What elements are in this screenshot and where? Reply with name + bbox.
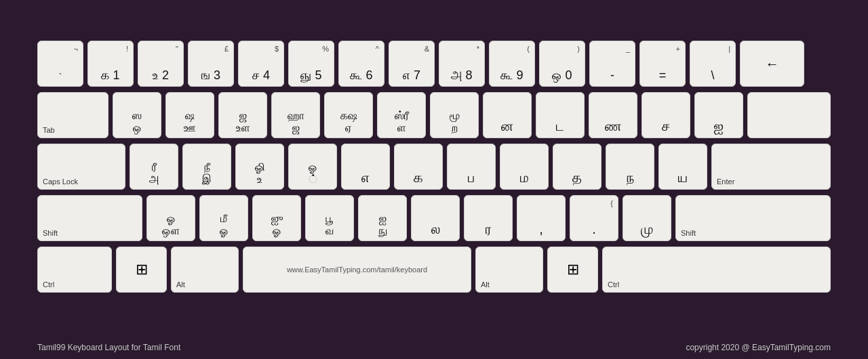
key-v[interactable]: பூவ — [305, 195, 354, 241]
key-j[interactable]: ப — [447, 144, 496, 190]
key-r[interactable]: ஹாஜ — [271, 92, 320, 138]
key-equals[interactable]: + = — [639, 41, 686, 87]
key-4[interactable]: $ ச 4 — [238, 41, 284, 87]
footer: Tamil99 Keyboard Layout for Tamil Font c… — [37, 343, 831, 352]
space-bar-url: www.EasyTamilTyping.com/tamil/keyboard — [287, 266, 427, 274]
key-alt-left[interactable]: Alt — [171, 247, 239, 293]
key-x[interactable]: மீஓ — [199, 195, 248, 241]
key-y[interactable]: ஸ்ரீள — [377, 92, 426, 138]
key-6[interactable]: ^ கூ 6 — [338, 41, 384, 87]
key-backtick[interactable]: ¬ ` — [37, 41, 83, 87]
row-shift: Shift ஓஔ மீஓ ஐுஓ பூவ ஐநு ல ர — [37, 195, 831, 241]
key-p[interactable]: ண — [589, 92, 637, 138]
key-k[interactable]: ம — [500, 144, 549, 190]
key-q[interactable]: ஸஒ — [113, 92, 161, 138]
key-backspace[interactable]: ← — [740, 41, 804, 87]
key-tab[interactable]: Tab — [37, 92, 108, 138]
windows-icon-right: ⊞ — [567, 261, 579, 278]
key-t[interactable]: கஷஏ — [324, 92, 373, 138]
key-ctrl-left[interactable]: Ctrl — [37, 247, 112, 293]
key-capslock[interactable]: Caps Lock — [37, 144, 125, 190]
key-s[interactable]: நீஇ — [182, 144, 231, 190]
key-bracket-l[interactable]: ச — [642, 92, 690, 138]
windows-icon-left: ⊞ — [136, 261, 148, 278]
key-win-left[interactable]: ⊞ — [116, 247, 167, 293]
key-bracket-r[interactable]: ஐ — [694, 92, 743, 138]
key-slash[interactable]: மு — [623, 195, 671, 241]
key-e[interactable]: ஜஉள — [218, 92, 267, 138]
key-9[interactable]: ( கூ 9 — [489, 41, 535, 87]
key-h[interactable]: க — [394, 144, 443, 190]
key-shift-right[interactable]: Shift — [675, 195, 831, 241]
footer-right: copyright 2020 @ EasyTamilTyping.com — [686, 343, 831, 352]
key-c[interactable]: ஐுஓ — [252, 195, 301, 241]
key-g[interactable]: எ — [341, 144, 390, 190]
key-u[interactable]: மூற — [430, 92, 479, 138]
key-2[interactable]: " உ 2 — [138, 41, 184, 87]
key-semicolon[interactable]: ந — [606, 144, 654, 190]
key-o[interactable]: ட — [536, 92, 585, 138]
key-3[interactable]: £ ங 3 — [188, 41, 234, 87]
key-7[interactable]: & எ 7 — [389, 41, 435, 87]
key-minus[interactable]: _ - — [589, 41, 635, 87]
key-shift-left[interactable]: Shift — [37, 195, 142, 241]
key-ctrl-right[interactable]: Ctrl — [602, 247, 831, 293]
key-0[interactable]: ) ஒ 0 — [539, 41, 585, 87]
key-5[interactable]: % ஞு 5 — [288, 41, 334, 87]
key-period[interactable]: { . — [570, 195, 618, 241]
key-b[interactable]: ஐநு — [358, 195, 407, 241]
keyboard: ¬ ` ! க 1 " உ 2 £ ங 3 $ ச 4 % ஞு 5 ^ கூ … — [37, 41, 831, 293]
key-8[interactable]: * அ 8 — [439, 41, 485, 87]
key-d[interactable]: ஓிஉ — [235, 144, 284, 190]
key-enter-top[interactable] — [747, 92, 831, 138]
key-m[interactable]: ர — [464, 195, 513, 241]
key-a[interactable]: ரீஅ — [130, 144, 178, 190]
key-z[interactable]: ஓஔ — [146, 195, 195, 241]
key-alt-right[interactable]: Alt — [475, 247, 543, 293]
key-quote[interactable]: ய — [658, 144, 707, 190]
key-w[interactable]: ஷஊ — [165, 92, 214, 138]
key-backslash[interactable]: | \ — [690, 41, 736, 87]
key-f[interactable]: ஓ் — [288, 144, 337, 190]
key-1[interactable]: ! க 1 — [87, 41, 134, 87]
key-i[interactable]: ன — [483, 92, 532, 138]
key-l[interactable]: த — [553, 144, 601, 190]
key-space[interactable]: www.EasyTamilTyping.com/tamil/keyboard — [243, 247, 471, 293]
row-numbers: ¬ ` ! க 1 " உ 2 £ ங 3 $ ச 4 % ஞு 5 ^ கூ … — [37, 41, 831, 87]
key-comma[interactable]: , — [517, 195, 566, 241]
row-bottom: Ctrl ⊞ Alt www.EasyTamilTyping.com/tamil… — [37, 247, 831, 293]
row-tab: Tab ஸஒ ஷஊ ஜஉள ஹாஜ கஷஏ ஸ்ரீள மூற — [37, 92, 831, 138]
key-enter[interactable]: Enter — [711, 144, 831, 190]
key-n[interactable]: ல — [411, 195, 460, 241]
key-win-right[interactable]: ⊞ — [547, 247, 598, 293]
footer-left: Tamil99 Keyboard Layout for Tamil Font — [37, 343, 180, 352]
row-capslock: Caps Lock ரீஅ நீஇ ஓிஉ ஓ் எ க ப — [37, 144, 831, 190]
